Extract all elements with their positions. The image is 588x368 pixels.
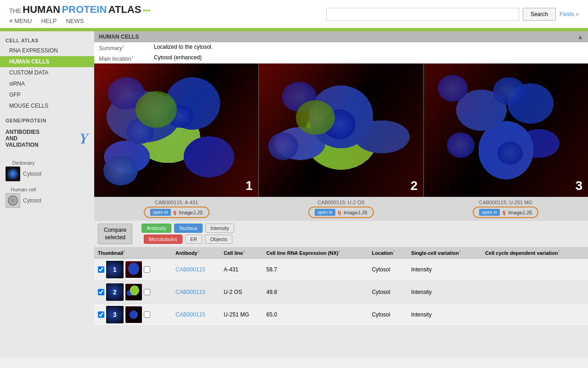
single-cell-val-2: Intensity <box>407 281 481 303</box>
sidebar-spacer <box>0 152 94 157</box>
table-header-row: Thumbnail↑ Antibody↑ Cell line↑ Cell lin… <box>94 247 588 258</box>
col-single-cell[interactable]: Single-cell variation↑ <box>407 247 481 258</box>
channel-microtubules-btn[interactable]: Microtubules <box>144 235 182 244</box>
table-row: 3 CAB000115 U-251 MG 65.0 Cytosol Intens… <box>94 303 588 326</box>
row-checkbox-3[interactable] <box>98 311 104 318</box>
col-antibody[interactable]: Antibody↑ <box>172 247 220 258</box>
row-checkbox-1b[interactable] <box>144 266 150 273</box>
col-location[interactable]: Location↑ <box>368 247 407 258</box>
antibodies-label: ANTIBODIES <box>6 129 76 135</box>
antibody-section: ANTIBODIES AND VALIDATION 𝒀 <box>0 125 94 152</box>
image-cell-1[interactable]: 1 <box>94 63 258 197</box>
logo-dots: ••• <box>143 6 151 14</box>
location-row: Main location↑ Cytosol (enhanced) <box>94 53 588 63</box>
image-cell-2[interactable]: 2 <box>259 63 423 197</box>
channel-row-1: Antibody Nucleus Intensity <box>141 224 234 233</box>
search-area: Search Fields » <box>326 8 579 21</box>
open-imagej-btn-3[interactable]: open in <box>479 209 500 216</box>
location-val-2: Cytosol <box>368 281 407 303</box>
thumb-mini-2 <box>125 284 142 300</box>
micro-image-2 <box>259 63 423 197</box>
thumb-cell-2: 2 <box>94 281 172 303</box>
col-cell-line[interactable]: Cell line↑ <box>220 247 263 258</box>
imagej-logo-2: Ij <box>338 210 341 215</box>
antibody-link-2[interactable]: CAB000115 <box>175 289 205 295</box>
compare-label-2: selected <box>105 234 125 241</box>
compare-label-1: Compare <box>104 227 126 233</box>
open-imagej-btn-1[interactable]: open in <box>150 209 171 216</box>
sidebar-item-mouse-cells[interactable]: MOUSE CELLS <box>0 100 94 111</box>
channel-buttons-group: Antibody Nucleus Intensity Microtubules … <box>141 224 234 244</box>
nav-news[interactable]: NEWS <box>66 17 84 24</box>
content-panel: HUMAN CELLS ▲ Summary↑ Localized to the … <box>94 31 588 358</box>
antibody-labels: ANTIBODIES AND VALIDATION <box>6 129 76 148</box>
search-button[interactable]: Search <box>523 8 556 21</box>
antibody-link-1[interactable]: CAB000115 <box>175 266 205 273</box>
human-cell-icon[interactable] <box>6 193 20 208</box>
imagej-text-1: ImageJ.JS <box>179 210 203 215</box>
imagej-oval-2: open in Ij ImageJ.JS <box>308 207 374 218</box>
thumb-number-1: 1 <box>106 261 124 278</box>
summary-value: Localized to the cytosol. <box>149 42 588 53</box>
channel-er-btn[interactable]: ER <box>185 235 202 244</box>
channel-intensity-btn[interactable]: Intensity <box>205 224 234 233</box>
sidebar-item-sirna[interactable]: siRNA <box>0 78 94 89</box>
data-table: Thumbnail↑ Antibody↑ Cell line↑ Cell lin… <box>94 247 588 326</box>
main-layout: CELL ATLAS RNA EXPRESSION HUMAN CELLS CU… <box>0 31 588 358</box>
summary-table: Summary↑ Localized to the cytosol. Main … <box>94 42 588 63</box>
thumb-number-3: 3 <box>106 306 124 323</box>
row-checkbox-2b[interactable] <box>144 289 150 295</box>
channel-objects-btn[interactable]: Objects <box>205 235 232 244</box>
table-row: 2 CAB000115 U-2 OS 49.8 Cytosol Intensit… <box>94 281 588 303</box>
open-imagej-btn-2[interactable]: open in <box>315 209 335 216</box>
channel-antibody-btn[interactable]: Antibody <box>141 224 171 233</box>
image-cell-3[interactable]: 3 <box>424 63 588 197</box>
dict-icon[interactable] <box>6 167 20 181</box>
single-cell-val-3: Intensity <box>407 303 481 326</box>
thumb-inner-2: 2 <box>98 283 168 301</box>
row-checkbox-1[interactable] <box>98 266 104 273</box>
header: THE HUMAN PROTEIN ATLAS ••• ≡ MENU HELP … <box>0 0 588 29</box>
col-cell-cycle[interactable]: Cell cycle dependent variation↑ <box>481 247 588 258</box>
imagej-text-3: ImageJ.JS <box>508 210 532 215</box>
nav-help[interactable]: HELP <box>41 17 57 24</box>
compare-button[interactable]: Compare selected <box>98 224 132 244</box>
sidebar-item-human-cells[interactable]: HUMAN CELLS <box>0 56 94 67</box>
location-val-1: Cytosol <box>368 258 407 281</box>
summary-sup: ↑ <box>122 44 124 49</box>
sidebar-dict: Dictionary Cytosol <box>0 157 94 184</box>
cell-cycle-val-2 <box>481 281 588 303</box>
antibody-link-3[interactable]: CAB000115 <box>175 311 205 318</box>
panel-close-icon[interactable]: ▲ <box>577 33 583 40</box>
human-cell-name: Cytosol <box>23 197 41 204</box>
location-val-3: Cytosol <box>368 303 407 326</box>
channel-nucleus-btn[interactable]: Nucleus <box>174 224 203 233</box>
nav-menu[interactable]: ≡ MENU <box>9 17 32 24</box>
panel-header: HUMAN CELLS ▲ <box>94 31 588 42</box>
location-value: Cytosol (enhanced) <box>149 53 588 63</box>
imagej-oval-3: open in Ij ImageJ.JS <box>473 207 538 218</box>
imagej-oval-1: open in Ij ImageJ.JS <box>144 207 209 218</box>
table-body: 1 CAB000115 A-431 58.7 Cytosol Intensity <box>94 258 588 326</box>
antibody-val-3: CAB000115 <box>172 303 220 326</box>
table-header: Thumbnail↑ Antibody↑ Cell line↑ Cell lin… <box>94 247 588 258</box>
controls-row: Compare selected Antibody Nucleus Intens… <box>94 221 588 247</box>
col-rna-expression[interactable]: Cell line RNA Expression (NX)↑ <box>263 247 368 258</box>
image-number-3: 3 <box>575 178 582 193</box>
col-thumbnail[interactable]: Thumbnail↑ <box>94 247 172 258</box>
sidebar-item-gfp[interactable]: GFP <box>0 89 94 100</box>
search-input[interactable] <box>326 8 519 21</box>
summary-label: Summary↑ <box>94 42 149 53</box>
row-checkbox-2[interactable] <box>98 289 104 295</box>
fields-link[interactable]: Fields » <box>560 11 579 17</box>
cell-line-val-3: U-251 MG <box>220 303 263 326</box>
channel-row-2: Microtubules ER Objects <box>144 235 232 244</box>
thumb-mini-1 <box>125 261 142 278</box>
imagej-logo-1: Ij <box>174 210 176 215</box>
nav-bar: ≡ MENU HELP NEWS <box>9 17 151 24</box>
antibody-val-1: CAB000115 <box>172 258 220 281</box>
sidebar-item-custom-data[interactable]: CUSTOM DATA <box>0 67 94 78</box>
imagej-text-2: ImageJ.JS <box>344 210 368 215</box>
sidebar-item-rna[interactable]: RNA EXPRESSION <box>0 45 94 56</box>
row-checkbox-3b[interactable] <box>144 311 150 318</box>
